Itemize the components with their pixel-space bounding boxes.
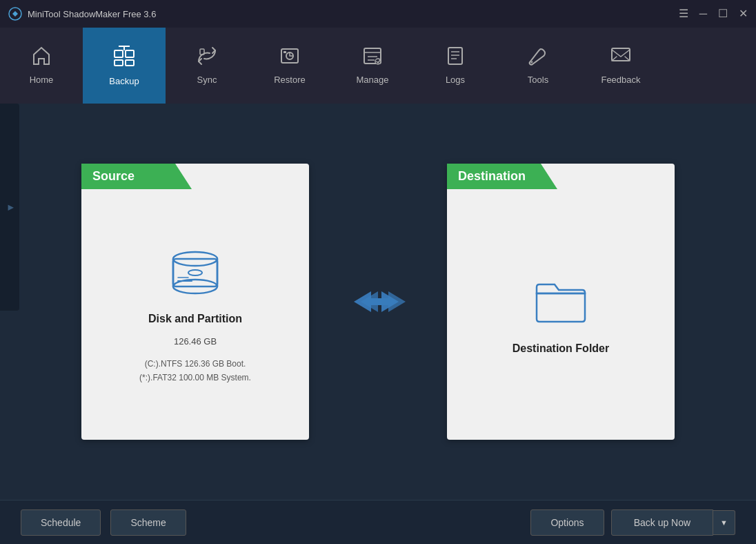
nav-item-feedback[interactable]: Feedback [579,28,662,104]
nav-feedback-label: Feedback [601,75,640,85]
chevron-down-icon: ▼ [720,518,728,527]
source-label: Source [81,164,192,189]
menu-icon[interactable]: ☰ [679,8,688,19]
destination-label: Destination [447,164,557,189]
minimize-button[interactable]: ─ [699,8,707,19]
nav-item-logs[interactable]: Logs [414,28,497,104]
nav-tools-label: Tools [528,75,548,85]
nav-backup-label: Backup [109,76,139,86]
nav-home-label: Home [30,75,54,85]
source-size: 126.46 GB [174,336,217,347]
source-card[interactable]: Source Disk and Partition 126.46 GB (C:)… [81,164,309,440]
folder-icon [530,269,592,331]
svg-rect-14 [448,48,462,64]
manage-icon [361,45,384,70]
svg-rect-4 [126,60,134,66]
bottom-right-controls: Options Back up Now ▼ [530,509,735,536]
backup-now-dropdown-button[interactable]: ▼ [713,510,735,535]
nav-item-manage[interactable]: Manage [331,28,414,104]
title-bar-left: MiniTool ShadowMaker Free 3.6 [8,7,156,21]
svg-rect-3 [115,60,123,66]
feedback-icon [610,45,632,70]
title-bar: MiniTool ShadowMaker Free 3.6 ☰ ─ ☐ ✕ [0,0,756,28]
maximize-button[interactable]: ☐ [718,8,728,19]
destination-title: Destination Folder [513,342,609,355]
nav-item-tools[interactable]: Tools [497,28,579,104]
nav-item-backup[interactable]: Backup [83,28,166,104]
disk-icon [164,240,226,302]
nav-item-restore[interactable]: Restore [248,28,331,104]
svg-rect-2 [126,50,134,57]
restore-icon [279,45,301,70]
app-title: MiniTool ShadowMaker Free 3.6 [28,9,156,19]
nav-item-sync[interactable]: Sync [166,28,248,104]
window-controls: ☰ ─ ☐ ✕ [679,8,748,19]
scheme-button[interactable]: Scheme [110,509,186,536]
source-icon-area: Disk and Partition 126.46 GB (C:).NTFS 1… [139,184,251,440]
close-button[interactable]: ✕ [739,8,748,19]
destination-icon-area: Destination Folder [513,184,609,440]
main-content: ◀ Source Disk and Partition 126.46 GB [0,104,756,500]
svg-point-23 [188,270,202,275]
home-icon [30,45,52,70]
source-title: Disk and Partition [148,313,242,325]
bottom-bar: Schedule Scheme Options Back up Now ▼ [0,500,756,544]
sidebar-strip-text: ◀ [6,202,14,213]
nav-manage-label: Manage [357,75,389,85]
bottom-left-controls: Schedule Scheme [21,509,186,536]
svg-line-18 [531,61,533,63]
sidebar-strip: ◀ [0,104,19,311]
schedule-button[interactable]: Schedule [21,509,101,536]
options-button[interactable]: Options [530,509,604,536]
backup-icon [112,43,137,72]
nav-bar: Home Backup [0,28,756,104]
svg-rect-8 [284,51,286,53]
nav-restore-label: Restore [274,75,306,85]
destination-card[interactable]: Destination Destination Folder [447,164,675,440]
logs-icon [444,45,466,70]
sync-icon [196,45,218,70]
nav-logs-label: Logs [446,75,465,85]
tools-icon [527,45,549,70]
nav-sync-label: Sync [197,75,217,85]
backup-now-button[interactable]: Back up Now [611,509,713,536]
nav-item-home[interactable]: Home [0,28,83,104]
app-logo-icon [8,7,22,21]
arrow-area [350,284,406,319]
source-detail: (C:).NTFS 126.36 GB Boot. (*:).FAT32 100… [139,358,251,384]
svg-rect-1 [115,50,123,57]
